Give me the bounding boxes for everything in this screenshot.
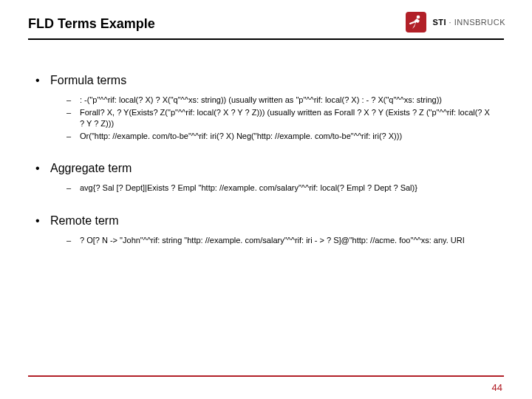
brand-logo: STI · INNSBRUCK — [406, 12, 505, 33]
list-item: – : -("p"^^rif: local(? X) ? X("q"^^xs: … — [66, 95, 497, 106]
section-heading-label: Aggregate term — [50, 162, 132, 175]
list-item-text: : -("p"^^rif: local(? X) ? X("q"^^xs: st… — [80, 95, 497, 106]
list-item: – Forall? X, ? Y(Exists? Z("p"^^rif: loc… — [66, 107, 497, 129]
dash-icon: – — [66, 95, 80, 106]
runner-icon — [406, 12, 426, 33]
section-heading-label: Formula terms — [50, 74, 126, 87]
bullet-icon: • — [35, 162, 50, 175]
list-item-text: Or("http: //example. com/to-be"^^rif: ir… — [80, 131, 497, 142]
slide: FLD Terms Example STI · INNSBRUCK • Form… — [0, 0, 532, 399]
section-heading: • Aggregate term — [35, 162, 497, 175]
brand-inns: INNSBRUCK — [454, 18, 505, 27]
dash-icon: – — [66, 235, 80, 246]
list-item-text: ? O[? N -> "John"^^rif: string "http: //… — [80, 235, 497, 246]
section-heading: • Remote term — [35, 214, 497, 228]
list-item-text: avg{? Sal [? Dept]|Exists ? Empl "http: … — [80, 183, 497, 194]
brand-sti: STI — [432, 18, 446, 27]
dash-icon: – — [66, 131, 80, 142]
section-formula-terms: • Formula terms – : -("p"^^rif: local(? … — [35, 74, 497, 141]
list-item: – ? O[? N -> "John"^^rif: string "http: … — [66, 235, 497, 246]
list-item: – avg{? Sal [? Dept]|Exists ? Empl "http… — [66, 183, 497, 194]
section-items: – avg{? Sal [? Dept]|Exists ? Empl "http… — [66, 183, 497, 194]
section-heading: • Formula terms — [35, 74, 497, 87]
dash-icon: – — [66, 183, 80, 194]
page-number: 44 — [492, 382, 502, 393]
dash-icon: – — [66, 107, 80, 129]
section-aggregate-term: • Aggregate term – avg{? Sal [? Dept]|Ex… — [35, 162, 497, 194]
section-remote-term: • Remote term – ? O[? N -> "John"^^rif: … — [35, 214, 497, 246]
section-items: – : -("p"^^rif: local(? X) ? X("q"^^xs: … — [66, 95, 497, 141]
svg-point-0 — [417, 16, 420, 19]
divider-top — [28, 38, 504, 40]
section-heading-label: Remote term — [50, 214, 118, 228]
brand-text: STI · INNSBRUCK — [432, 18, 505, 27]
section-items: – ? O[? N -> "John"^^rif: string "http: … — [66, 235, 497, 246]
divider-bottom — [28, 375, 504, 377]
bullet-icon: • — [35, 214, 50, 228]
bullet-icon: • — [35, 74, 50, 87]
brand-sep: · — [446, 18, 454, 27]
list-item-text: Forall? X, ? Y(Exists? Z("p"^^rif: local… — [80, 107, 497, 129]
list-item: – Or("http: //example. com/to-be"^^rif: … — [66, 131, 497, 142]
content: • Formula terms – : -("p"^^rif: local(? … — [35, 74, 497, 267]
